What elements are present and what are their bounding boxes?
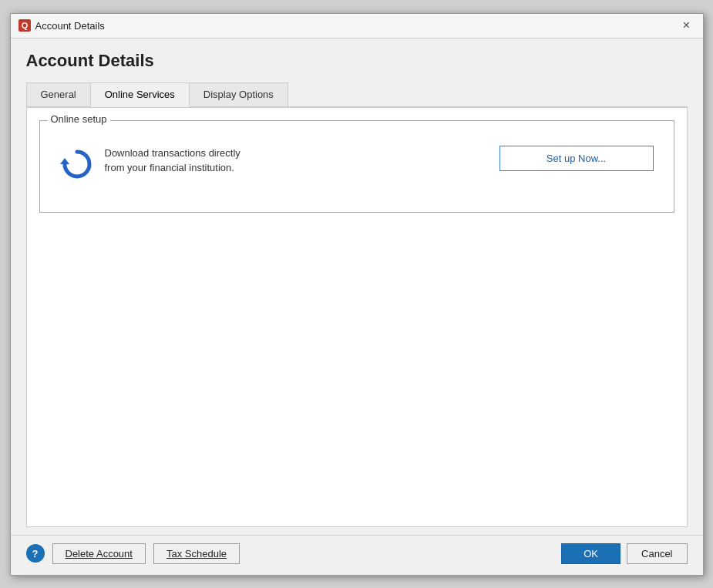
download-refresh-icon — [60, 147, 94, 181]
footer-right: OK Cancel — [561, 543, 687, 564]
app-icon: Q — [18, 19, 31, 32]
delete-account-button[interactable]: Delete Account — [52, 543, 146, 564]
title-bar-label: Account Details — [35, 20, 105, 32]
dialog-content: Account Details General Online Services … — [11, 39, 703, 535]
svg-marker-2 — [60, 158, 69, 164]
online-setup-legend: Online setup — [48, 113, 110, 125]
close-button[interactable]: × — [678, 17, 695, 34]
ok-button[interactable]: OK — [561, 543, 621, 564]
setup-now-button[interactable]: Set up Now... — [499, 146, 654, 171]
tab-display-options[interactable]: Display Options — [189, 82, 288, 107]
title-bar-left: Q Account Details — [18, 19, 105, 32]
svg-text:Q: Q — [21, 21, 28, 30]
tax-schedule-button[interactable]: Tax Schedule — [153, 543, 240, 564]
tab-content-online-services: Online setup Download transactions direc… — [26, 108, 688, 527]
help-button[interactable]: ? — [26, 544, 45, 563]
tabs-bar: General Online Services Display Options — [26, 82, 688, 108]
account-details-dialog: Q Account Details × Account Details Gene… — [10, 13, 704, 576]
online-setup-content: Download transactions directly from your… — [52, 130, 661, 197]
tab-general[interactable]: General — [26, 82, 91, 107]
setup-btn-area: Set up Now... — [499, 146, 654, 171]
cancel-button[interactable]: Cancel — [627, 543, 687, 564]
title-bar: Q Account Details × — [11, 14, 703, 39]
dialog-title: Account Details — [26, 51, 688, 71]
setup-description: Download transactions directly from your… — [105, 146, 259, 176]
online-setup-box: Online setup Download transactions direc… — [39, 120, 674, 213]
dialog-footer: ? Delete Account Tax Schedule OK Cancel — [11, 535, 703, 575]
footer-left: ? Delete Account Tax Schedule — [26, 543, 240, 564]
setup-icon-text: Download transactions directly from your… — [60, 146, 259, 181]
tab-online-services[interactable]: Online Services — [90, 82, 190, 107]
